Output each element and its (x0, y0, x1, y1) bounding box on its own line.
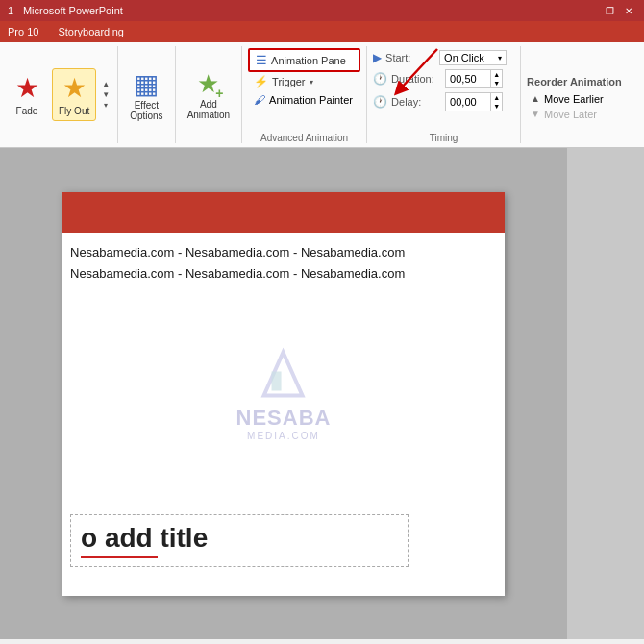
ribbon-content: ★ Fade ★ Fly Out ▲ ▼ ▾ (0, 42, 644, 147)
move-earlier-label: Move Earlier (544, 93, 604, 105)
slide-panel: Nesabamedia.com - Nesabamedia.com - Nesa… (0, 148, 567, 639)
move-later-icon: ▼ (531, 109, 540, 119)
trigger-icon: ⚡ (254, 75, 268, 88)
delay-label: Delay: (391, 96, 441, 108)
ribbon-group-effect: ▦ EffectOptions (118, 46, 175, 143)
animations-content: ★ Fade ★ Fly Out ▲ ▼ ▾ (6, 46, 111, 143)
advanced-animation-group-label: Advanced Animation (248, 133, 360, 143)
move-earlier-icon: ▲ (531, 93, 540, 104)
add-animation-button[interactable]: ★+ AddAnimation (182, 65, 235, 124)
move-later-label: Move Later (544, 109, 597, 120)
start-dropdown[interactable]: On Click ▾ (439, 50, 507, 65)
title-bar-text: 1 - Microsoft PowerPoint (8, 5, 582, 16)
fly-out-star-icon: ★ (59, 73, 89, 104)
delay-value: 00,00 (446, 95, 490, 109)
fly-out-animation-button[interactable]: ★ Fly Out (52, 68, 96, 121)
timing-delay-row: 🕐 Delay: 00,00 ▲ ▼ (373, 90, 514, 113)
advanced-animation-content: ☰ Animation Pane ⚡ Trigger ▾ 🖌 Animation… (248, 46, 360, 131)
title-placeholder-text: o add title (81, 523, 398, 554)
effect-options-label: EffectOptions (130, 100, 162, 121)
duration-spinbox[interactable]: 00,50 ▲ ▼ (445, 69, 503, 88)
animation-pane-icon: ☰ (256, 53, 267, 67)
minimize-button[interactable]: — (582, 3, 598, 18)
restore-button[interactable]: ❐ (602, 3, 617, 18)
duration-spin-up[interactable]: ▲ (491, 70, 502, 79)
fade-label: Fade (16, 106, 38, 116)
slide-text-line-2: Nesabamedia.com - Nesabamedia.com - Nesa… (70, 263, 497, 285)
fade-animation-button[interactable]: ★ Fade (6, 69, 48, 120)
watermark-text-sub: MEDIA.COM (247, 430, 320, 440)
delay-spin-arrows: ▲ ▼ (490, 93, 502, 111)
delay-spin-up[interactable]: ▲ (491, 93, 502, 102)
slide-red-banner (62, 192, 505, 233)
slide-text-area: Nesabamedia.com - Nesabamedia.com - Nesa… (62, 238, 505, 288)
main-area: Nesabamedia.com - Nesabamedia.com - Nesa… (0, 148, 644, 639)
menu-item-pro10[interactable]: Pro 10 (4, 24, 42, 39)
animation-pane-label: Animation Pane (271, 55, 346, 66)
add-animation-label: AddAnimation (187, 99, 230, 120)
watermark-text-main: NESABA (236, 405, 332, 430)
ribbon-group-animations: ★ Fade ★ Fly Out ▲ ▼ ▾ (0, 46, 118, 143)
slide-text-line-1: Nesabamedia.com - Nesabamedia.com - Nesa… (70, 242, 497, 263)
duration-icon: 🕐 (373, 72, 387, 86)
trigger-button[interactable]: ⚡ Trigger ▾ (248, 73, 360, 90)
animation-painter-label: Animation Painter (269, 94, 353, 106)
duration-value: 00,50 (446, 72, 490, 86)
slide-title-placeholder[interactable]: o add title (70, 514, 409, 567)
right-panel (567, 148, 644, 639)
animation-painter-button[interactable]: 🖌 Animation Painter (248, 91, 360, 109)
svg-marker-2 (264, 352, 303, 395)
slide[interactable]: Nesabamedia.com - Nesabamedia.com - Nesa… (62, 192, 505, 596)
effect-content: ▦ EffectOptions (124, 46, 168, 143)
slide-watermark: NESABA MEDIA.COM (236, 347, 332, 440)
ribbon: ★ Fade ★ Fly Out ▲ ▼ ▾ (0, 42, 644, 148)
start-label: Start: (385, 52, 435, 63)
ribbon-group-timing: ▶ Start: On Click ▾ 🕐 Duration: 00,50 ▲ (367, 46, 521, 143)
add-animation-icon: ★+ (197, 69, 219, 99)
start-value: On Click (444, 52, 498, 63)
fade-star-icon: ★ (12, 73, 42, 104)
trigger-dropdown-arrow: ▾ (310, 78, 313, 87)
watermark-icon (255, 347, 312, 405)
trigger-label: Trigger (272, 76, 305, 87)
timing-group-label: Timing (373, 133, 514, 143)
ribbon-group-advanced-animation: ☰ Animation Pane ⚡ Trigger ▾ 🖌 Animation… (242, 46, 367, 143)
menu-item-storyboarding[interactable]: Storyboarding (54, 24, 128, 39)
start-icon: ▶ (373, 51, 382, 64)
move-earlier-button[interactable]: ▲ Move Earlier (527, 91, 622, 107)
duration-spin-arrows: ▲ ▼ (490, 70, 502, 87)
delay-icon: 🕐 (373, 95, 387, 109)
delay-spin-down[interactable]: ▼ (491, 102, 502, 111)
title-red-underline (81, 556, 158, 558)
menu-bar: Pro 10 Storyboarding (0, 21, 644, 42)
duration-spin-down[interactable]: ▼ (491, 79, 502, 87)
effect-options-button[interactable]: ▦ EffectOptions (124, 64, 168, 125)
animation-painter-icon: 🖌 (254, 93, 265, 107)
svg-rect-3 (272, 371, 282, 390)
timing-duration-row: 🕐 Duration: 00,50 ▲ ▼ (373, 67, 514, 90)
ribbon-group-reorder: Reorder Animation ▲ Move Earlier ▼ Move … (521, 46, 628, 143)
fly-out-label: Fly Out (59, 106, 89, 116)
add-anim-content: ★+ AddAnimation (182, 46, 235, 143)
reorder-group-label: Reorder Animation (527, 76, 622, 87)
title-bar: 1 - Microsoft PowerPoint — ❐ ✕ (0, 0, 644, 21)
duration-label: Duration: (391, 73, 441, 85)
ribbon-group-add-animation: ★+ AddAnimation (176, 46, 242, 143)
close-button[interactable]: ✕ (621, 3, 636, 18)
title-bar-controls: — ❐ ✕ (582, 3, 636, 18)
animation-scroll-arrows[interactable]: ▲ ▼ ▾ (100, 78, 111, 111)
delay-spinbox[interactable]: 00,00 ▲ ▼ (445, 92, 503, 111)
move-later-button[interactable]: ▼ Move Later (527, 107, 622, 122)
animation-pane-button[interactable]: ☰ Animation Pane (248, 48, 360, 72)
start-dropdown-arrow: ▾ (498, 54, 502, 62)
effect-options-icon: ▦ (134, 68, 159, 100)
timing-start-row: ▶ Start: On Click ▾ (373, 48, 514, 67)
